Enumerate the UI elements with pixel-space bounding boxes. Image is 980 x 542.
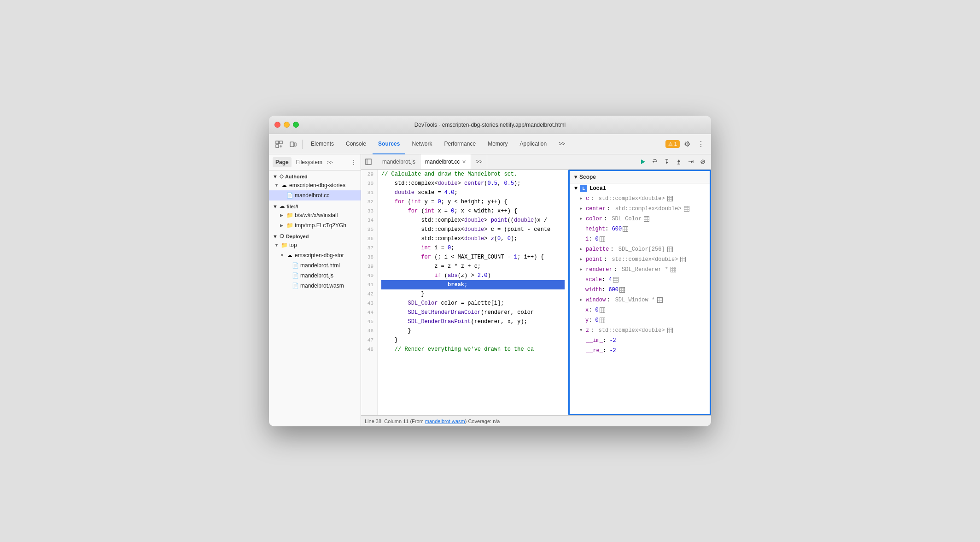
tab-memory[interactable]: Memory [482,134,513,154]
line-numbers: 29 30 31 32 33 34 35 36 37 38 39 40 41 4… [361,170,378,415]
section-deployed[interactable]: ▼ ⬡ Deployed [269,230,361,240]
close-button[interactable] [274,122,280,128]
scope-panel: ▾ Scope ▼ L Local ▶ c: st [568,170,711,415]
scope-item-palette[interactable]: ▶ palette: SDL_Color[256] [570,244,710,254]
deactivate-breakpoints-button[interactable] [697,156,708,167]
scope-item-x[interactable]: x: 0 [570,305,710,315]
tab-sources[interactable]: Sources [373,134,405,154]
sidebar-tab-filesystem[interactable]: Filesystem [293,157,325,167]
cloud-icon: ☁ [280,182,288,189]
tab-application[interactable]: Application [514,134,552,154]
scope-item-point[interactable]: ▶ point: std::complex<double> [570,254,710,265]
code-editor[interactable]: 29 30 31 32 33 34 35 36 37 38 39 40 41 4… [361,170,568,415]
tree-item-deployed-cloud[interactable]: ▼ ☁ emscripten-dbg-stor [269,250,361,260]
expand-arrow-icon: ▶ [580,215,584,223]
tab-network[interactable]: Network [406,134,438,154]
step-button[interactable] [685,156,696,167]
code-line-37: int i = 0; [381,243,565,253]
editor-tab-mandelbrot-js[interactable]: mandelbrot.js [378,154,420,169]
tab-label: mandelbrot.cc [425,159,460,165]
toolbar-divider-1 [302,140,303,149]
file-icon: 📄 [292,272,299,279]
tree-item-mandelbrot-wasm[interactable]: 📄 mandelbrot.wasm [269,281,361,291]
traffic-lights [274,122,299,128]
grid-icon [667,247,673,252]
tree-item-emscripten-cloud[interactable]: ▼ ☁ emscripten-dbg-stories [269,180,361,190]
scope-title: Scope [579,174,596,180]
scope-local-header[interactable]: ▼ L Local [570,183,710,194]
sidebar-more-button[interactable]: >> [327,159,333,165]
code-line-47: } [381,336,565,345]
tree-item-tmp[interactable]: ▶ 📁 tmp/tmp.ELcTq2YGh [269,220,361,230]
scope-item-z[interactable]: ▼ z: std::complex<double> [570,325,710,336]
scope-item-height[interactable]: height: 600 [570,224,710,234]
sidebar-tab-page[interactable]: Page [273,157,292,167]
svg-rect-6 [294,143,296,146]
step-out-button[interactable] [673,156,684,167]
editor-tab-mandelbrot-cc[interactable]: mandelbrot.cc ✕ [420,154,471,169]
scope-item-i[interactable]: i: 0 [570,234,710,244]
svg-rect-0 [276,141,279,144]
tab-performance[interactable]: Performance [438,134,481,154]
tree-item-mandelbrot-html[interactable]: 📄 mandelbrot.html [269,260,361,271]
code-line-42: } [381,289,565,299]
scope-item-color[interactable]: ▶ color: SDL_Color [570,214,710,224]
scope-item-z-re[interactable]: __re_: -2 [570,346,710,356]
inspect-element-button[interactable] [273,138,286,151]
svg-marker-19 [691,160,693,163]
device-toggle-button[interactable] [286,138,299,151]
warning-badge[interactable]: ⚠ 1 [665,140,680,148]
code-line-36: std::complex<double> z(0, 0); [381,234,565,243]
sidebar-menu-button[interactable]: ⋮ [350,159,357,166]
code-line-45: SDL_RenderDrawPoint(renderer, x, y); [381,317,565,326]
status-source-link[interactable]: mandelbrot.wasm [425,418,465,424]
expand-arrow-icon: ▼ [580,326,584,335]
tree-item-install[interactable]: ▶ 📁 b/s/w/ir/x/w/install [269,210,361,220]
scope-item-z-im[interactable]: __im_: -2 [570,336,710,346]
grid-icon [600,307,605,313]
grid-icon [623,226,628,232]
grid-icon [671,267,676,272]
scope-item-center[interactable]: ▶ center: std::complex<double> [570,204,710,214]
scope-item-renderer[interactable]: ▶ renderer: SDL_Renderer * [570,265,710,275]
folder-icon: 📁 [286,212,293,218]
scope-item-scale[interactable]: scale: 4 [570,275,710,285]
main-toolbar: Elements Console Sources Network Perform… [269,134,711,154]
section-file[interactable]: ▼ ☁ file:// [269,200,361,210]
tab-console[interactable]: Console [340,134,372,154]
expand-arrow-icon: ▶ [580,296,584,304]
code-line-44: SDL_SetRenderDrawColor(renderer, color [381,308,565,317]
minimize-button[interactable] [284,122,290,128]
step-into-button[interactable] [661,156,672,167]
code-line-31: double scale = 4.0; [381,188,565,197]
expand-arrow-icon: ▶ [580,194,584,203]
tree-item-top[interactable]: ▼ 📁 top [269,240,361,250]
grid-icon [600,318,605,323]
code-line-49: // Render everything we've drawn to the … [381,345,565,354]
maximize-button[interactable] [293,122,299,128]
sidebar: Page Filesystem >> ⋮ ▼ ◇ Authored ▼ ☁ em… [269,154,361,426]
resume-button[interactable] [637,156,648,167]
tree-item-mandelbrot-js[interactable]: 📄 mandelbrot.js [269,271,361,281]
tree-item-mandelbrot-cc[interactable]: 📄 mandelbrot.cc [269,190,361,200]
file-icon: 📄 [286,192,293,199]
scope-content: ▼ L Local ▶ c: std::complex<double> [570,183,710,414]
scope-header: ▾ Scope [570,171,710,183]
code-line-35: std::complex<double> c = (point - cente [381,225,565,234]
more-options-button[interactable]: ⋮ [694,138,707,151]
editor-tab-more[interactable]: >> [471,154,487,169]
file-icon: 📄 [292,262,299,269]
scope-item-c[interactable]: ▶ c: std::complex<double> [570,194,710,204]
scope-item-y[interactable]: y: 0 [570,315,710,325]
settings-button[interactable]: ⚙ [681,138,694,151]
collapse-sidebar-button[interactable] [363,156,374,167]
scope-item-window[interactable]: ▶ window: SDL_Window * [570,295,710,305]
tab-more[interactable]: >> [553,134,571,154]
section-authored[interactable]: ▼ ◇ Authored [269,171,361,180]
grid-icon [667,196,673,201]
tab-elements[interactable]: Elements [305,134,339,154]
close-tab-icon[interactable]: ✕ [462,159,466,165]
code-line-34: std::complex<double> point((double)x / [381,216,565,225]
scope-item-width[interactable]: width: 600 [570,285,710,295]
step-over-button[interactable] [649,156,660,167]
